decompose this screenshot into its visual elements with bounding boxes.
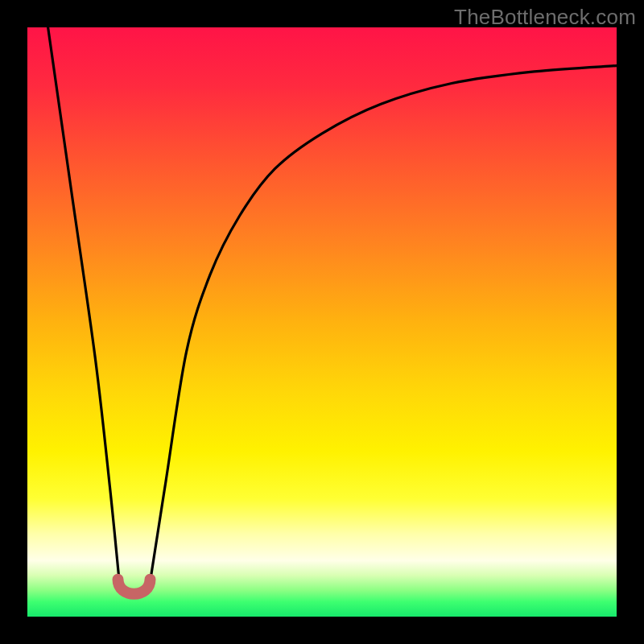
gradient-background bbox=[27, 27, 617, 617]
chart-frame: TheBottleneck.com bbox=[0, 0, 644, 644]
plot-area bbox=[27, 27, 617, 617]
chart-svg bbox=[27, 27, 617, 617]
watermark-text: TheBottleneck.com bbox=[454, 5, 636, 30]
